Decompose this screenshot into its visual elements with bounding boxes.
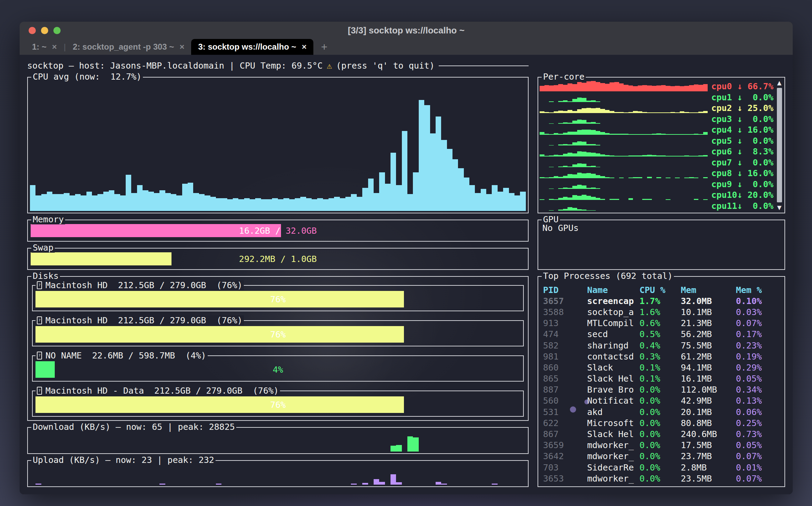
- chart-bar: [362, 188, 368, 211]
- disk-gauge: 4%4%: [35, 361, 520, 378]
- process-cell-pid: 913: [543, 318, 587, 328]
- chart-bar: [81, 195, 86, 211]
- upload-chart: [30, 465, 526, 485]
- scroll-down-icon[interactable]: ▼: [777, 204, 782, 211]
- process-cell-pid: 3642: [543, 451, 587, 461]
- process-cell-mem: 23.5MB: [681, 474, 736, 484]
- chart-bar: [577, 98, 582, 102]
- chart-bar: [577, 209, 582, 211]
- tab-bar: 1: ~ × | 2: socktop_agent -p 303 ~ × 3: …: [20, 39, 793, 55]
- chart-bar: [402, 131, 407, 211]
- chart-bar: [568, 153, 572, 156]
- disk-item-text: Macintosh HD - Data 212.5GB / 279.0GB (7…: [45, 386, 279, 396]
- process-cell-pid: 3657: [543, 296, 587, 306]
- minimize-window-button[interactable]: [41, 27, 48, 34]
- chart-bar: [396, 445, 402, 452]
- per-core-scrollbar[interactable]: ▲ ▼: [776, 79, 783, 211]
- disk-item-panel: ?Macintosh HD 212.5GB / 279.0GB (76%)76%…: [32, 320, 524, 346]
- chart-bar: [244, 198, 250, 211]
- chart-bar: [540, 86, 544, 91]
- tab-2[interactable]: 2: socktop_agent -p 303 ~ ×: [66, 39, 191, 55]
- tab-1[interactable]: 1: ~ ×: [25, 39, 64, 55]
- chart-bar: [109, 190, 114, 211]
- window-title: [3/3] socktop ws://localho ~: [20, 25, 793, 36]
- chart-bar: [563, 85, 568, 91]
- process-cell-cpu: 0.0%: [639, 396, 681, 406]
- chart-bar: [563, 154, 568, 156]
- chart-bar: [572, 164, 577, 167]
- chart-bar: [407, 436, 413, 452]
- process-cell-mem: 2.8MB: [681, 463, 736, 473]
- chart-bar: [582, 120, 586, 124]
- tab-3-close-icon[interactable]: ×: [302, 42, 306, 52]
- tab-1-close-icon[interactable]: ×: [52, 42, 57, 52]
- chart-bar: [35, 195, 41, 211]
- process-cell-name: SidecarRe: [587, 463, 639, 473]
- close-window-button[interactable]: [29, 27, 36, 34]
- left-column: socktop — host: Jasons-MBP.localdomain |…: [27, 60, 529, 489]
- chart-bar: [154, 193, 159, 211]
- cpu-sparkline: [540, 103, 708, 113]
- chart-bar: [591, 197, 596, 200]
- gpu-title: GPU: [542, 214, 560, 224]
- cpu-label: cpu2 ↓ 25.0%: [711, 104, 773, 113]
- zoom-window-button[interactable]: [53, 27, 61, 34]
- chart-bar: [586, 130, 591, 134]
- chart-bar: [340, 198, 345, 211]
- scrollbar-thumb[interactable]: [777, 88, 782, 202]
- chart-bar: [238, 199, 244, 211]
- desktop-wallpaper: [3/3] socktop ws://localho ~ 1: ~ × | 2:…: [0, 0, 812, 506]
- per-core-row: cpu0 ↓ 66.7%: [540, 80, 773, 91]
- gpu-message: No GPUs: [542, 223, 579, 233]
- chart-bar: [97, 194, 103, 211]
- chart-bar: [670, 86, 675, 91]
- disk-item-title: ?NO NAME 22.6MB / 598.7MB (4%): [35, 351, 208, 361]
- process-cell-pid: 560: [543, 396, 587, 406]
- chart-bar: [396, 482, 402, 485]
- chart-bar: [586, 173, 591, 178]
- cpu-label: cpu6 ↓ 8.3%: [711, 147, 773, 156]
- cpu-avg-title: CPU avg (now: 12.7%): [31, 72, 143, 82]
- chart-bar: [628, 85, 633, 91]
- cpu-avg-chart: [30, 82, 526, 211]
- disk-list: ?Macintosh HD 212.5GB / 279.0GB (76%)76%…: [32, 285, 524, 417]
- disk-gauge: 76%76%: [35, 291, 520, 307]
- process-cell-memp: 0.05%: [736, 374, 781, 384]
- disk-icon: ?: [37, 281, 42, 289]
- chart-bar: [520, 192, 525, 211]
- per-core-row: cpu4 ↓ 16.0%: [540, 124, 773, 135]
- cpu-sparkline: [540, 200, 708, 211]
- window-titlebar[interactable]: [3/3] socktop ws://localho ~: [20, 22, 793, 39]
- process-cell-pid: 887: [543, 385, 587, 395]
- top-processes-panel: Top Processes (692 total) PIDNameCPU %Me…: [538, 276, 785, 487]
- process-cell-name: mdworker_: [587, 474, 639, 484]
- process-cell-name: screencap: [587, 296, 639, 306]
- process-cell-cpu: 1.6%: [639, 307, 681, 317]
- chart-bar: [86, 192, 92, 211]
- chart-bar: [647, 85, 652, 91]
- tab-2-close-icon[interactable]: ×: [179, 42, 184, 52]
- process-cell-memp: 0.07%: [736, 451, 781, 461]
- gauge-label: 4%: [35, 361, 520, 378]
- chart-bar: [126, 175, 131, 211]
- chart-bar: [582, 130, 586, 135]
- new-tab-button[interactable]: +: [313, 41, 335, 53]
- tab-3-active[interactable]: 3: socktop ws://localho ~ ×: [191, 39, 313, 55]
- quit-hint-text: (press 'q' to quit): [336, 61, 435, 71]
- chart-bar: [362, 483, 368, 485]
- process-cell-name: Brave Bro: [587, 385, 639, 395]
- process-cell-memp: 0.17%: [736, 329, 781, 339]
- chart-bar: [458, 168, 464, 211]
- chart-bar: [385, 184, 391, 211]
- spacer: [538, 60, 785, 71]
- chart-bar: [600, 83, 605, 91]
- chart-bar: [624, 85, 628, 91]
- scroll-up-icon[interactable]: ▲: [777, 79, 782, 87]
- chart-bar: [703, 132, 708, 134]
- cpu-sparkline: [540, 179, 708, 189]
- per-core-row: cpu8 ↓ 16.0%: [540, 167, 773, 178]
- chart-bar: [549, 210, 554, 211]
- chart-bar: [30, 185, 35, 211]
- chart-bar: [317, 198, 323, 211]
- process-cell-pid: 860: [543, 363, 587, 373]
